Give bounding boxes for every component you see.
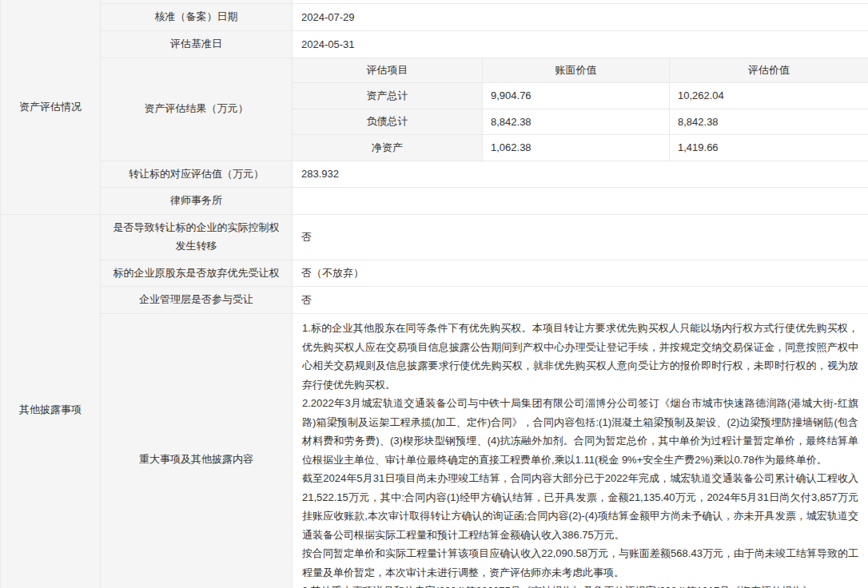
subtable-assessed-total-liabilities: 8,842.38 [670, 109, 868, 134]
row-value-approval-date: 2024-07-29 [293, 4, 868, 31]
subtable-header-book-value: 账面价值 [483, 58, 670, 82]
row-label-approval-date: 核准（备案）日期 [101, 4, 293, 31]
row-value-control-transfer: 否 [293, 215, 868, 260]
disclosure-paragraph: 3.其他重大事项详见和信专字(2024)第030075号《审计报告》及鲁正信评报… [302, 582, 858, 588]
disclosure-paragraph: 1.标的企业其他股东在同等条件下有优先购买权。本项目转让方要求优先购买权人只能以… [302, 319, 858, 394]
table-row: 转让标的对应评估值（万元） 283.932 [1, 161, 868, 188]
subtable-item-net-assets: 净资产 [293, 134, 483, 161]
disclosure-paragraph: 2.2022年3月城宏轨道交通装备公司与中铁十局集团有限公司淄博分公司签订《烟台… [302, 394, 858, 469]
row-label-major-disclosure: 重大事项及其他披露内容 [101, 314, 293, 588]
subtable-assessed-total-assets: 10,262.04 [670, 82, 868, 109]
subtable-item-total-assets: 资产总计 [293, 82, 483, 109]
row-value-law-firm [293, 188, 868, 215]
subtable-book-net-assets: 1,062.38 [483, 134, 670, 161]
row-value-preemptive-right-waiver: 否（不放弃） [293, 260, 868, 287]
table-row: 标的企业原股东是否放弃优先受让权 否（不放弃） [1, 260, 868, 287]
row-label-preemptive-right-waiver: 标的企业原股东是否放弃优先受让权 [101, 260, 293, 287]
subtable-assessed-net-assets: 1,419.66 [670, 134, 868, 161]
subtable-book-total-assets: 9,904.76 [483, 82, 670, 109]
disclosure-paragraph: 截至2024年5月31日项目尚未办理竣工结算，合同内容大部分已于2022年完成，… [302, 469, 858, 544]
row-label-law-firm: 律师事务所 [101, 188, 293, 215]
disclosure-paragraph: 按合同暂定单价和实际工程量计算该项目应确认收入22,090.58万元，与账面差额… [302, 544, 858, 582]
row-value-transfer-valuation: 283.932 [293, 161, 868, 188]
subtable-item-total-liabilities: 负债总计 [293, 109, 483, 134]
table-row: 重大事项及其他披露内容 1.标的企业其他股东在同等条件下有优先购买权。本项目转让… [1, 314, 868, 588]
table-row: 律师事务所 [1, 188, 868, 215]
row-label-valuation-result: 资产评估结果（万元） [101, 58, 293, 161]
row-label-base-date: 评估基准日 [101, 30, 293, 58]
row-value-major-disclosure: 1.标的企业其他股东在同等条件下有优先购买权。本项目转让方要求优先购买权人只能以… [293, 314, 868, 588]
table-row: 其他披露事项 是否导致转让标的企业的实际控制权发生转移 否 [1, 215, 868, 260]
row-label-transfer-valuation: 转让标的对应评估值（万元） [101, 161, 293, 188]
disclosure-table: 资产评估情况 核准（备案）日期 2024-07-29 评估基准日 2024-05… [0, 0, 868, 588]
table-row: 资产评估结果（万元） 评估项目 账面价值 评估价值 [1, 58, 868, 82]
row-value-base-date: 2024-05-31 [293, 30, 868, 58]
row-label-control-transfer: 是否导致转让标的企业的实际控制权发生转移 [101, 215, 293, 260]
subtable-header-item: 评估项目 [293, 58, 483, 82]
table-row: 企业管理层是否参与受让 否 [1, 287, 868, 314]
subtable-header-assessed-value: 评估价值 [670, 58, 868, 82]
table-row: 评估基准日 2024-05-31 [1, 30, 868, 58]
section-label-other-disclosure: 其他披露事项 [1, 215, 101, 588]
table-row: 核准（备案）日期 2024-07-29 [1, 4, 868, 31]
row-value-management-participation: 否 [293, 287, 868, 314]
section-label-asset-valuation: 资产评估情况 [1, 0, 101, 215]
subtable-book-total-liabilities: 8,842.38 [483, 109, 670, 134]
row-label-management-participation: 企业管理层是否参与受让 [101, 287, 293, 314]
